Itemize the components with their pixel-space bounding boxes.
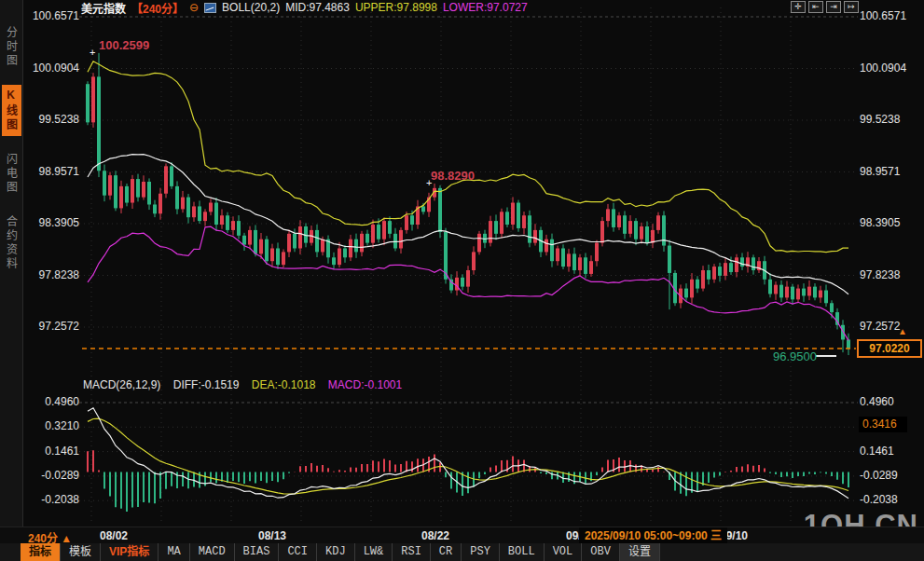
tab-MA[interactable]: MA bbox=[159, 543, 189, 561]
price-axis-label-left: 99.5238 bbox=[25, 113, 79, 126]
macd-axis-label-left: 0.4960 bbox=[25, 395, 79, 408]
tab-BOLL[interactable]: BOLL bbox=[500, 543, 545, 561]
chart-type-sidebar: 分时图K线图闪电图合约资料 bbox=[0, 0, 23, 527]
bar-datetime-tooltip: 2025/09/10 05:00~09:00 三 bbox=[579, 527, 727, 544]
boll-label: BOLL(20,2) bbox=[222, 1, 280, 14]
macd-axis-label-right: 0.4960 bbox=[860, 395, 894, 408]
tab-VOL[interactable]: VOL bbox=[545, 543, 583, 561]
macd-axis-label-left: 0.1461 bbox=[25, 445, 79, 458]
macd-title: MACD(26,12,9) bbox=[83, 378, 160, 391]
indicator-tabbar: 指标模板VIP指标MAMACDBIASCCIKDJLW&RSICRPSYBOLL… bbox=[0, 543, 924, 561]
macd-axis-label-right: 0.1461 bbox=[860, 445, 894, 458]
price-axis-label-right: 97.8238 bbox=[860, 268, 900, 281]
tab-模板[interactable]: 模板 bbox=[61, 543, 101, 561]
circle-minus-icon[interactable]: ⊖ bbox=[189, 1, 199, 14]
price-axis-label-left: 97.2572 bbox=[25, 320, 79, 333]
candles-layer bbox=[86, 53, 850, 355]
macd-dea-value: DEA:-0.1018 bbox=[252, 378, 316, 391]
price-tag-arrow-icon: ▲ bbox=[898, 326, 907, 336]
price-axis-label-left: 97.8238 bbox=[25, 268, 79, 281]
boll-mid-value: MID:97.4863 bbox=[285, 1, 350, 14]
macd-axis-label-left: -0.2038 bbox=[25, 493, 79, 506]
macd-axis-label-right: -0.2038 bbox=[860, 493, 898, 506]
sidebar-item-K线图[interactable]: K线图 bbox=[2, 85, 21, 136]
low-price-annotation: 96.9500 bbox=[773, 349, 817, 363]
date-tick-08/22: 08/22 bbox=[421, 529, 449, 542]
macd-crosshair-readout: 0.3416 bbox=[859, 417, 907, 432]
shift-right-icon[interactable]: ↦ bbox=[844, 1, 859, 13]
tab-KDJ[interactable]: KDJ bbox=[317, 543, 355, 561]
macd-header: MACD(26,12,9) DIFF:-0.1519 DEA:-0.1018 M… bbox=[83, 378, 411, 391]
price-axis-label-left: 100.0904 bbox=[25, 62, 79, 75]
mid-high-annotation: 98.8290 bbox=[431, 169, 475, 183]
sidebar-item-分时图[interactable]: 分时图 bbox=[2, 22, 21, 72]
date-tick-08/13: 08/13 bbox=[258, 529, 286, 542]
macd-diff-value: DIFF:-0.1519 bbox=[173, 378, 240, 391]
macd-macd-value: MACD:-0.1001 bbox=[328, 378, 402, 391]
period-label: 【240分】 bbox=[131, 0, 184, 16]
macd-axis-label-left: 0.3210 bbox=[25, 419, 79, 432]
tab-BIAS[interactable]: BIAS bbox=[235, 543, 280, 561]
boll-lower-value: LOWER:97.0727 bbox=[443, 1, 528, 14]
chart-canvas[interactable] bbox=[23, 0, 924, 527]
price-axis-label-right: 98.9571 bbox=[860, 165, 900, 178]
tab-MACD[interactable]: MACD bbox=[190, 543, 235, 561]
last-price-tag: 97.0220 bbox=[857, 339, 922, 358]
compress-right-icon[interactable]: ⇥ bbox=[826, 1, 841, 13]
pan-icon[interactable]: ✛ bbox=[791, 1, 806, 13]
compress-left-icon[interactable]: ⇤ bbox=[808, 1, 823, 13]
price-axis-label-right: 97.2572 bbox=[860, 320, 900, 333]
low-marker-line bbox=[816, 355, 836, 357]
chart-main-area: 美元指数 【240分】 ⊖ BOLL(20,2) MID:97.4863 UPP… bbox=[23, 0, 924, 527]
indicator-topbar: 美元指数 【240分】 ⊖ BOLL(20,2) MID:97.4863 UPP… bbox=[23, 0, 924, 15]
price-axis-label-left: 98.3905 bbox=[25, 216, 79, 229]
date-tick-08/02: 08/02 bbox=[100, 529, 128, 542]
price-axis-label-right: 100.0904 bbox=[860, 62, 906, 75]
price-axis-label-right: 99.5238 bbox=[860, 113, 900, 126]
tab-CCI[interactable]: CCI bbox=[279, 543, 317, 561]
line-chart-icon[interactable] bbox=[204, 3, 216, 13]
macd-axis-label-right: -0.0289 bbox=[860, 469, 898, 482]
tab-OBV[interactable]: OBV bbox=[582, 543, 620, 561]
price-axis-label-left: 98.9571 bbox=[25, 165, 79, 178]
boll-bands-layer bbox=[88, 62, 848, 341]
macd-axis-label-left: -0.0289 bbox=[25, 469, 79, 482]
tab-设置[interactable]: 设置 bbox=[620, 543, 660, 561]
sidebar-item-合约资料[interactable]: 合约资料 bbox=[2, 212, 21, 275]
symbol-title: 美元指数 bbox=[81, 0, 126, 16]
time-axis-row: 240分 ▲ 08/0208/1308/2209/0209/10 2025/09… bbox=[0, 527, 924, 543]
tab-PSY[interactable]: PSY bbox=[462, 543, 500, 561]
sidebar-item-闪电图[interactable]: 闪电图 bbox=[2, 149, 21, 198]
tab-指标[interactable]: 指标 bbox=[21, 543, 61, 561]
price-axis-label-right: 98.3905 bbox=[860, 216, 900, 229]
tab-CR[interactable]: CR bbox=[431, 543, 462, 561]
chart-tool-icons: ✛⇤⇥↦ bbox=[791, 1, 859, 13]
high-cross-marker: + bbox=[90, 47, 95, 58]
macd-histogram-layer bbox=[88, 450, 848, 512]
high-price-annotation: 100.2599 bbox=[99, 38, 149, 52]
tab-VIP指标[interactable]: VIP指标 bbox=[101, 543, 159, 561]
tab-LW&[interactable]: LW& bbox=[355, 543, 393, 561]
boll-upper-value: UPPER:97.8998 bbox=[355, 1, 437, 14]
tab-RSI[interactable]: RSI bbox=[393, 543, 431, 561]
trading-app-window: 分时图K线图闪电图合约资料 美元指数 【240分】 ⊖ BOLL(20,2) M… bbox=[0, 0, 924, 561]
